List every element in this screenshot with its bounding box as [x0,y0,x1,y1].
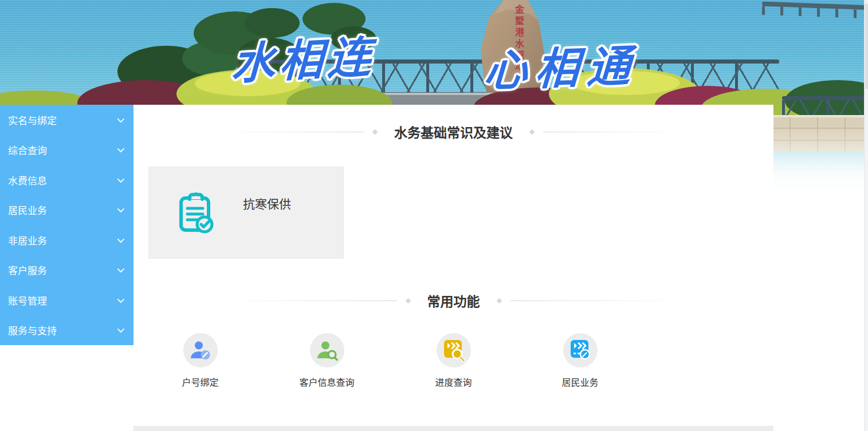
sidebar-item-customer-service[interactable]: 客户服务 [0,255,134,286]
divider-line [239,300,397,301]
user-search-icon [316,339,338,361]
sidebar-item-label: 水费信息 [8,173,47,187]
banner-slogan-left: 水相连 [230,21,377,92]
sidebar-item-label: 综合查询 [8,143,47,157]
quick-item-progress-query[interactable]: 进度查询 [390,333,517,389]
chevron-down-icon [117,235,125,243]
content-panel: 水务基础常识及建议 抗寒保供 常用功能 [133,105,773,431]
knowledge-card-label: 抗寒保供 [243,195,291,212]
divider-diamond-icon [529,129,535,135]
section-divider-common: 常用功能 [239,292,669,309]
sidebar-item-label: 居民业务 [8,203,47,217]
quick-item-customer-info-query[interactable]: 客户信息查询 [264,333,390,389]
sidebar-item-realname-binding[interactable]: 实名与绑定 [0,105,134,135]
next-section-divider-bar [133,426,773,431]
divider-diamond-icon [405,298,411,303]
scrollbar-thumb[interactable] [865,3,868,89]
quick-functions-row: 户号绑定 客户信息查询 [137,333,773,389]
quick-item-label: 户号绑定 [182,375,218,389]
progress-search-icon [441,338,466,363]
quick-item-label: 进度查询 [435,375,472,389]
divider-diamond-icon [496,298,502,303]
sidebar-item-label: 非居业务 [8,233,47,247]
section-divider-knowledge: 水务基础常识及建议 [239,123,669,140]
quick-item-resident-business[interactable]: 居民业务 [517,333,643,389]
sidebar-item-comprehensive-query[interactable]: 综合查询 [0,135,134,165]
section-title-common: 常用功能 [427,291,480,310]
icon-circle [437,333,471,367]
sidebar-item-label: 客户服务 [8,263,47,277]
chevron-down-icon [117,266,125,273]
knowledge-card-cold-protection[interactable]: 抗寒保供 [148,167,344,259]
quick-item-label: 客户信息查询 [299,375,354,389]
chevron-down-icon [117,205,125,213]
section-title-knowledge: 水务基础常识及建议 [394,122,513,141]
page: 金墅港水源地 水相连 心相通 实名与 [0,0,868,431]
sidebar-item-label: 服务与支持 [8,323,57,337]
divider-line [239,132,364,132]
chevron-down-icon [117,175,125,183]
divider-diamond-icon [372,129,378,135]
icon-circle [183,333,218,367]
chevron-down-icon [117,295,125,303]
chevron-down-icon [117,115,125,122]
sidebar-item-label: 账号管理 [8,293,47,307]
sidebar-menu: 实名与绑定 综合查询 水费信息 居民业务 非居业务 客户服务 账号管理 服务与 [0,105,134,345]
sidebar-item-nonresident-business[interactable]: 非居业务 [0,225,134,255]
chevron-down-icon [117,145,125,153]
resident-edit-icon [568,338,593,363]
icon-circle [310,333,344,367]
page-scrollbar[interactable] [864,0,868,431]
divider-line [510,300,669,301]
quick-item-label: 居民业务 [561,375,598,389]
banner-slogan-right: 心相通 [482,30,641,99]
quick-item-account-binding[interactable]: 户号绑定 [137,333,264,389]
sidebar-item-account-management[interactable]: 账号管理 [0,285,134,315]
clipboard-check-icon [178,191,214,235]
sidebar-item-label: 实名与绑定 [8,113,57,127]
chevron-down-icon [117,326,125,333]
sidebar-item-resident-business[interactable]: 居民业务 [0,195,134,226]
sidebar-item-water-fee-info[interactable]: 水费信息 [0,165,134,195]
sidebar-item-service-support[interactable]: 服务与支持 [0,315,134,346]
divider-line [543,132,669,132]
user-edit-icon [190,339,211,361]
icon-circle [563,333,598,367]
